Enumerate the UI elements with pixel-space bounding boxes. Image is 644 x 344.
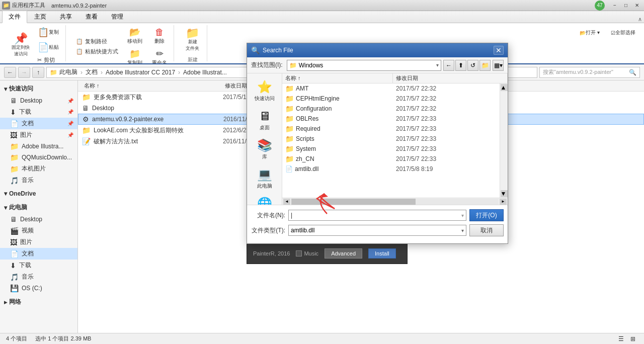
details-view-button[interactable]: ☰ [616,334,626,343]
dialog-sidebar-library[interactable]: 📚 库 [250,136,280,163]
sidebar-item-documents[interactable]: 📄 文档 [0,248,77,260]
list-item[interactable]: 📁Required 2017/5/7 22:33 [282,124,500,134]
sidebar-item-qq[interactable]: 📁 QQMusicDownlo... [0,152,77,163]
dialog-view-button[interactable]: ▦▾ [493,60,504,71]
list-item[interactable]: 📄amtlib.dll 2017/5/8 8:19 [282,164,500,174]
search-bar[interactable]: 搜索"amtemu.v0.9.2-painter" 🔍 [539,67,640,78]
dialog-up-button[interactable]: ⬆ [455,60,466,71]
delete-button[interactable]: 🗑 删除 [149,26,170,46]
open-button[interactable]: 📂 打开 ▾ [575,27,604,38]
sidebar-item-music[interactable]: 🎵 音乐 [0,271,77,283]
music-checkbox[interactable] [296,250,302,256]
minimize-button[interactable]: − [610,2,620,10]
open-button[interactable]: 打开(O) [469,209,504,221]
dialog-sidebar-quickaccess[interactable]: ⭐ 快速访问 [250,77,280,105]
dialog-newfolder-button[interactable]: 📁 [479,60,491,71]
filename-dropdown-icon[interactable]: ▾ [461,213,464,218]
library-sidebar-icon: 📚 [257,138,272,152]
dialog-col-date[interactable]: 修改日期 [393,73,508,83]
breadcrumb-ai[interactable]: Adobe Illustrator CC 2017 [106,69,175,76]
close-button[interactable]: ✕ [632,2,642,10]
dialog-back-button[interactable]: ← [443,60,454,71]
sidebar-item-pictures[interactable]: 🖼 图片 [0,236,77,248]
forward-button[interactable]: → [18,67,30,78]
quickaccess-sidebar-label: 快速访问 [255,95,275,102]
col-header-name[interactable]: 名称 ↑ [82,82,223,90]
advanced-button[interactable]: Advanced [325,248,362,259]
dialog-scrollbar[interactable]: ▲ ▼ [500,83,508,198]
filetype-select[interactable]: amtlib.dll ▾ [288,225,466,236]
sidebar-item-osdrive[interactable]: 💾 OS (C:) [0,283,77,294]
tab-home[interactable]: 主页 [28,11,53,23]
rename-button[interactable]: ✏ 重命名 [149,47,170,65]
sidebar-computer-header[interactable]: ▾ 此电脑 [0,201,77,214]
tab-file[interactable]: 文件 [2,11,27,23]
tab-manage[interactable]: 管理 [105,11,130,23]
copy-button[interactable]: 📋 复制 [35,25,61,39]
sidebar-item-music-quick[interactable]: 🎵 音乐 [0,175,77,186]
pin-button[interactable]: 📌 固定到快速访问 [8,31,33,60]
status-bar: 4 个项目 选中 1 个项目 2.39 MB ☰ ⊞ [0,333,644,344]
cut-button[interactable]: ✂ 剪切 [35,55,61,64]
filename-input[interactable]: | ▾ [288,210,466,221]
sidebar-item-videos[interactable]: 🎬 视频 [0,225,77,236]
list-item[interactable]: 📁zh_CN 2017/5/7 22:33 [282,154,500,164]
sidebar-item-downloads[interactable]: ⬇ 下载 [0,260,77,271]
dialog-hscrollbar[interactable]: ◄ ► [282,198,508,205]
dialog-refresh-button[interactable]: ↺ [467,60,478,71]
list-item[interactable]: 📁AMT 2017/5/7 22:32 [282,83,500,94]
breadcrumb-ai-sub[interactable]: Adobe Illustrat... [183,69,227,76]
dialog-sidebar-computer[interactable]: 💻 此电脑 [250,165,280,192]
amt-folder-icon: 📁 [285,84,294,93]
scroll-down-btn[interactable]: ▼ [501,190,508,197]
paste-button[interactable]: 📄 粘贴 [35,40,61,54]
sidebar-quickaccess-header[interactable]: ▾ 快速访问 [0,82,77,95]
dialog-title-text: Search File [263,47,494,54]
paste-shortcut-button[interactable]: 📋 粘贴快捷方式 [74,47,120,56]
move-to-button[interactable]: 📂 移动到 [122,25,147,46]
dialog-col-name[interactable]: 名称 ↑ [282,73,393,83]
sidebar-item-desktop-quick[interactable]: 🖥 Desktop 📌 [0,95,77,106]
expand-chevron[interactable]: ∧ [638,16,642,23]
sidebar-item-desktop[interactable]: 🖥 Desktop [0,214,77,225]
new-folder-button[interactable]: 📁 新建文件夹 [182,25,203,54]
filetype-dropdown-icon[interactable]: ▾ [461,228,464,233]
list-item[interactable]: 📁Scripts 2017/5/7 22:33 [282,134,500,144]
maximize-button[interactable]: □ [621,2,631,10]
scroll-up-btn[interactable]: ▲ [501,84,508,91]
list-item[interactable]: 📁Configuration 2017/5/7 22:32 [282,104,500,114]
list-item[interactable]: 📁System 2017/5/7 22:33 [282,144,500,154]
open-label: 打开 ▾ [586,29,600,36]
install-button[interactable]: Install [368,248,396,259]
tab-share[interactable]: 共享 [53,11,78,23]
location-dropdown-icon[interactable]: ▾ [436,62,439,68]
dialog-toolbar: 查找范围(I): 📁 Windows ▾ ← ⬆ ↺ 📁 ▦▾ [247,57,508,73]
dialog-sidebar-desktop[interactable]: 🖥 桌面 [250,107,280,134]
sidebar-network-header[interactable]: ▸ 网络 [0,296,77,308]
list-item[interactable]: 📁CEPHtmlEngine 2017/5/7 22:32 [282,94,500,104]
sidebar-item-pictures-quick[interactable]: 🖼 图片 📌 [0,129,77,141]
copy-to-button[interactable]: 📁 复制到 [122,47,147,64]
dialog-sidebar-network[interactable]: 🌐 网络 [250,194,280,205]
list-item[interactable]: 📁OBLRes 2017/5/7 22:33 [282,114,500,124]
sidebar-item-ai[interactable]: 📁 Adobe Illustra... [0,141,77,152]
back-button[interactable]: ← [4,67,16,78]
search-icon[interactable]: 🔍 [629,69,636,76]
cancel-button[interactable]: 取消 [469,224,504,236]
selected-info-label: 选中 1 个项目 2.39 MB [35,335,91,342]
dialog-close-button[interactable]: ✕ [494,46,504,55]
sidebar-item-documents-quick[interactable]: 📄 文档 📌 [0,118,77,129]
up-button[interactable]: ↑ [32,67,44,78]
copy-path-button[interactable]: 📋 复制路径 [74,37,120,46]
tiles-view-button[interactable]: ⊞ [628,334,638,343]
hscroll-right-btn[interactable]: ► [500,199,507,205]
network-expand-icon: ▸ [4,299,7,306]
breadcrumb-documents[interactable]: 文档 [86,68,98,76]
hscroll-left-btn[interactable]: ◄ [283,199,290,205]
tab-view[interactable]: 查看 [79,11,104,23]
sidebar-item-localimg[interactable]: 📁 本机图片 [0,163,77,175]
sidebar-onedrive-header[interactable]: ▾ OneDrive [0,188,77,199]
breadcrumb-computer[interactable]: 此电脑 [59,68,77,76]
sidebar-item-downloads-quick[interactable]: ⬇ 下载 📌 [0,106,77,118]
select-all-button[interactable]: ☑ 全部选择 [606,27,640,38]
